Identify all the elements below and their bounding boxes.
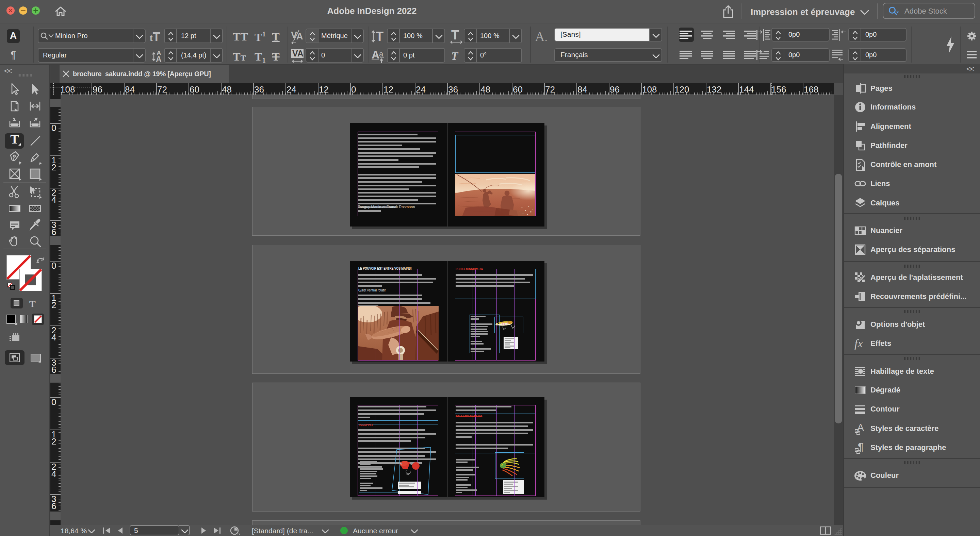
svg-text:T: T [451, 29, 459, 42]
svg-text:VA: VA [292, 49, 304, 58]
svg-text:A: A [156, 55, 162, 63]
svg-text:fx: fx [854, 337, 863, 350]
svg-text:T: T [10, 133, 19, 146]
svg-text:A: A [372, 49, 379, 61]
svg-text:¶: ¶ [858, 441, 864, 453]
svg-text:a: a [379, 50, 383, 58]
svg-text:T: T [375, 29, 383, 44]
